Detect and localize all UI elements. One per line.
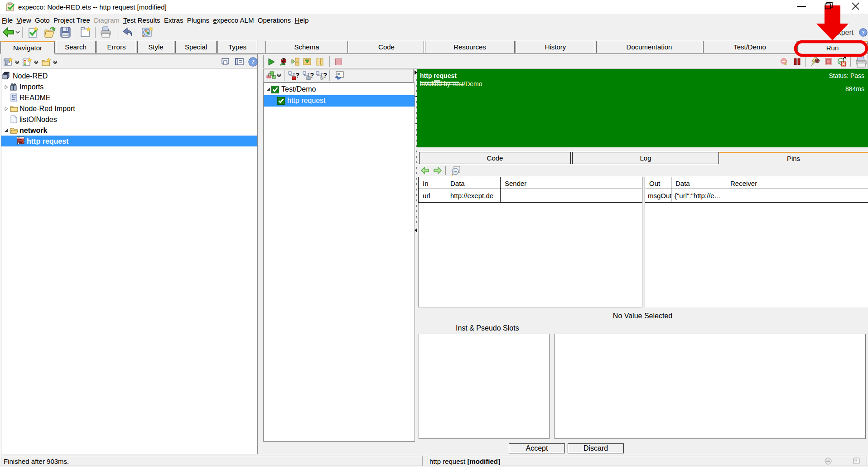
svg-text:?: ? [251, 59, 255, 66]
